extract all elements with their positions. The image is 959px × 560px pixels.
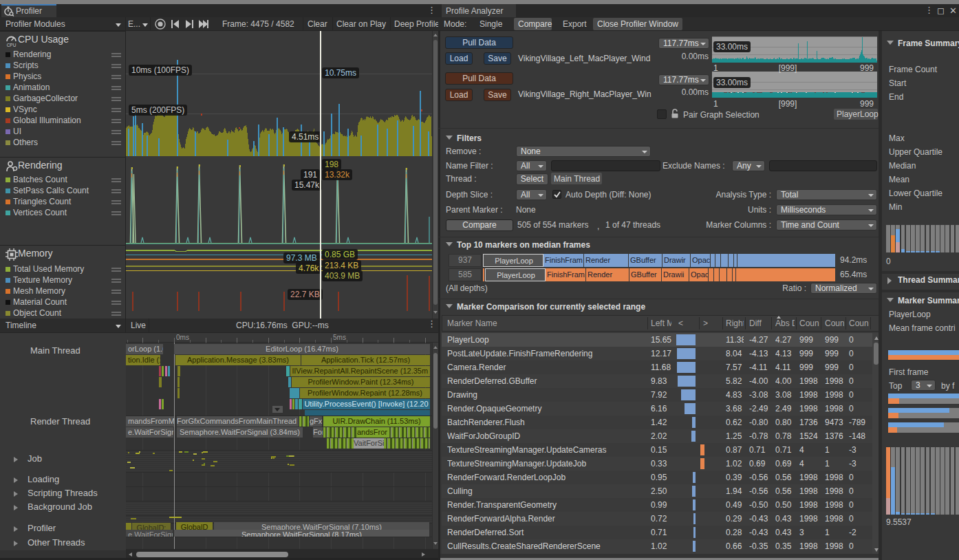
svg-text:CPU: CPU: [7, 43, 17, 47]
